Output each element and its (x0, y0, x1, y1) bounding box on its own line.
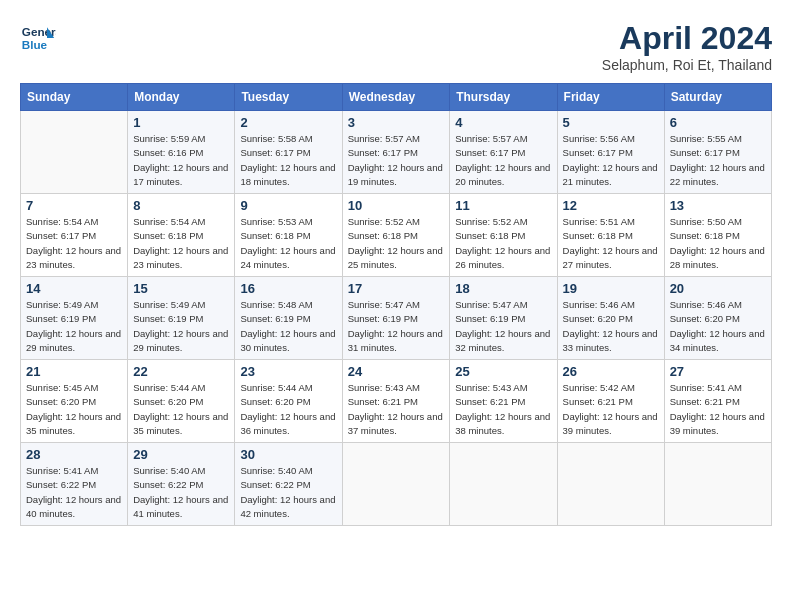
month-title: April 2024 (602, 20, 772, 57)
day-number: 24 (348, 364, 445, 379)
day-info: Sunrise: 5:54 AMSunset: 6:18 PMDaylight:… (133, 215, 229, 272)
day-number: 17 (348, 281, 445, 296)
calendar-cell: 17Sunrise: 5:47 AMSunset: 6:19 PMDayligh… (342, 277, 450, 360)
calendar-cell: 12Sunrise: 5:51 AMSunset: 6:18 PMDayligh… (557, 194, 664, 277)
calendar-cell: 27Sunrise: 5:41 AMSunset: 6:21 PMDayligh… (664, 360, 771, 443)
day-number: 19 (563, 281, 659, 296)
day-info: Sunrise: 5:46 AMSunset: 6:20 PMDaylight:… (563, 298, 659, 355)
calendar-cell: 13Sunrise: 5:50 AMSunset: 6:18 PMDayligh… (664, 194, 771, 277)
location-subtitle: Selaphum, Roi Et, Thailand (602, 57, 772, 73)
logo-icon: General Blue (20, 20, 56, 56)
day-info: Sunrise: 5:52 AMSunset: 6:18 PMDaylight:… (455, 215, 551, 272)
day-number: 15 (133, 281, 229, 296)
day-info: Sunrise: 5:58 AMSunset: 6:17 PMDaylight:… (240, 132, 336, 189)
calendar-cell: 8Sunrise: 5:54 AMSunset: 6:18 PMDaylight… (128, 194, 235, 277)
day-info: Sunrise: 5:57 AMSunset: 6:17 PMDaylight:… (455, 132, 551, 189)
calendar-cell: 19Sunrise: 5:46 AMSunset: 6:20 PMDayligh… (557, 277, 664, 360)
calendar-cell (342, 443, 450, 526)
day-info: Sunrise: 5:43 AMSunset: 6:21 PMDaylight:… (348, 381, 445, 438)
day-number: 13 (670, 198, 766, 213)
day-info: Sunrise: 5:49 AMSunset: 6:19 PMDaylight:… (26, 298, 122, 355)
day-number: 28 (26, 447, 122, 462)
day-info: Sunrise: 5:45 AMSunset: 6:20 PMDaylight:… (26, 381, 122, 438)
day-info: Sunrise: 5:55 AMSunset: 6:17 PMDaylight:… (670, 132, 766, 189)
calendar-cell: 15Sunrise: 5:49 AMSunset: 6:19 PMDayligh… (128, 277, 235, 360)
day-number: 23 (240, 364, 336, 379)
day-info: Sunrise: 5:52 AMSunset: 6:18 PMDaylight:… (348, 215, 445, 272)
day-number: 5 (563, 115, 659, 130)
day-number: 20 (670, 281, 766, 296)
day-number: 7 (26, 198, 122, 213)
day-info: Sunrise: 5:44 AMSunset: 6:20 PMDaylight:… (240, 381, 336, 438)
day-number: 29 (133, 447, 229, 462)
calendar-cell: 29Sunrise: 5:40 AMSunset: 6:22 PMDayligh… (128, 443, 235, 526)
calendar-cell: 2Sunrise: 5:58 AMSunset: 6:17 PMDaylight… (235, 111, 342, 194)
calendar-cell: 20Sunrise: 5:46 AMSunset: 6:20 PMDayligh… (664, 277, 771, 360)
day-info: Sunrise: 5:48 AMSunset: 6:19 PMDaylight:… (240, 298, 336, 355)
calendar-cell: 6Sunrise: 5:55 AMSunset: 6:17 PMDaylight… (664, 111, 771, 194)
day-number: 21 (26, 364, 122, 379)
calendar-cell: 21Sunrise: 5:45 AMSunset: 6:20 PMDayligh… (21, 360, 128, 443)
day-number: 30 (240, 447, 336, 462)
weekday-header-tuesday: Tuesday (235, 84, 342, 111)
day-number: 8 (133, 198, 229, 213)
day-info: Sunrise: 5:51 AMSunset: 6:18 PMDaylight:… (563, 215, 659, 272)
day-number: 10 (348, 198, 445, 213)
day-number: 9 (240, 198, 336, 213)
day-info: Sunrise: 5:46 AMSunset: 6:20 PMDaylight:… (670, 298, 766, 355)
week-row-3: 14Sunrise: 5:49 AMSunset: 6:19 PMDayligh… (21, 277, 772, 360)
calendar-cell: 23Sunrise: 5:44 AMSunset: 6:20 PMDayligh… (235, 360, 342, 443)
day-info: Sunrise: 5:41 AMSunset: 6:22 PMDaylight:… (26, 464, 122, 521)
weekday-header-friday: Friday (557, 84, 664, 111)
calendar-table: SundayMondayTuesdayWednesdayThursdayFrid… (20, 83, 772, 526)
calendar-cell (664, 443, 771, 526)
logo: General Blue (20, 20, 56, 56)
calendar-cell: 14Sunrise: 5:49 AMSunset: 6:19 PMDayligh… (21, 277, 128, 360)
weekday-header-row: SundayMondayTuesdayWednesdayThursdayFrid… (21, 84, 772, 111)
day-info: Sunrise: 5:40 AMSunset: 6:22 PMDaylight:… (133, 464, 229, 521)
weekday-header-monday: Monday (128, 84, 235, 111)
day-number: 4 (455, 115, 551, 130)
week-row-1: 1Sunrise: 5:59 AMSunset: 6:16 PMDaylight… (21, 111, 772, 194)
calendar-cell (557, 443, 664, 526)
day-number: 12 (563, 198, 659, 213)
week-row-4: 21Sunrise: 5:45 AMSunset: 6:20 PMDayligh… (21, 360, 772, 443)
day-info: Sunrise: 5:59 AMSunset: 6:16 PMDaylight:… (133, 132, 229, 189)
day-info: Sunrise: 5:41 AMSunset: 6:21 PMDaylight:… (670, 381, 766, 438)
day-number: 18 (455, 281, 551, 296)
weekday-header-thursday: Thursday (450, 84, 557, 111)
svg-text:Blue: Blue (22, 38, 48, 51)
day-info: Sunrise: 5:42 AMSunset: 6:21 PMDaylight:… (563, 381, 659, 438)
page-header: General Blue April 2024 Selaphum, Roi Et… (20, 20, 772, 73)
calendar-cell: 16Sunrise: 5:48 AMSunset: 6:19 PMDayligh… (235, 277, 342, 360)
calendar-cell: 9Sunrise: 5:53 AMSunset: 6:18 PMDaylight… (235, 194, 342, 277)
day-number: 16 (240, 281, 336, 296)
day-info: Sunrise: 5:44 AMSunset: 6:20 PMDaylight:… (133, 381, 229, 438)
day-info: Sunrise: 5:56 AMSunset: 6:17 PMDaylight:… (563, 132, 659, 189)
week-row-5: 28Sunrise: 5:41 AMSunset: 6:22 PMDayligh… (21, 443, 772, 526)
calendar-cell: 18Sunrise: 5:47 AMSunset: 6:19 PMDayligh… (450, 277, 557, 360)
day-info: Sunrise: 5:50 AMSunset: 6:18 PMDaylight:… (670, 215, 766, 272)
day-info: Sunrise: 5:40 AMSunset: 6:22 PMDaylight:… (240, 464, 336, 521)
day-info: Sunrise: 5:54 AMSunset: 6:17 PMDaylight:… (26, 215, 122, 272)
calendar-cell: 1Sunrise: 5:59 AMSunset: 6:16 PMDaylight… (128, 111, 235, 194)
day-number: 22 (133, 364, 229, 379)
day-number: 11 (455, 198, 551, 213)
calendar-cell: 3Sunrise: 5:57 AMSunset: 6:17 PMDaylight… (342, 111, 450, 194)
weekday-header-sunday: Sunday (21, 84, 128, 111)
calendar-cell: 4Sunrise: 5:57 AMSunset: 6:17 PMDaylight… (450, 111, 557, 194)
day-info: Sunrise: 5:57 AMSunset: 6:17 PMDaylight:… (348, 132, 445, 189)
calendar-cell (450, 443, 557, 526)
day-number: 14 (26, 281, 122, 296)
calendar-cell: 22Sunrise: 5:44 AMSunset: 6:20 PMDayligh… (128, 360, 235, 443)
day-number: 25 (455, 364, 551, 379)
day-number: 2 (240, 115, 336, 130)
calendar-cell: 24Sunrise: 5:43 AMSunset: 6:21 PMDayligh… (342, 360, 450, 443)
weekday-header-wednesday: Wednesday (342, 84, 450, 111)
calendar-cell (21, 111, 128, 194)
day-info: Sunrise: 5:47 AMSunset: 6:19 PMDaylight:… (348, 298, 445, 355)
day-number: 26 (563, 364, 659, 379)
calendar-cell: 5Sunrise: 5:56 AMSunset: 6:17 PMDaylight… (557, 111, 664, 194)
calendar-cell: 28Sunrise: 5:41 AMSunset: 6:22 PMDayligh… (21, 443, 128, 526)
day-info: Sunrise: 5:53 AMSunset: 6:18 PMDaylight:… (240, 215, 336, 272)
